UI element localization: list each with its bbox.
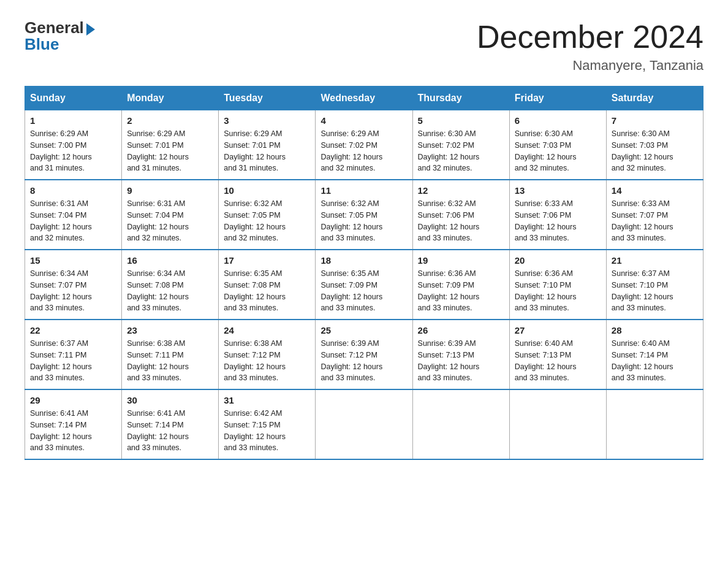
day-info: Sunrise: 6:34 AMSunset: 7:07 PMDaylight:… xyxy=(30,269,92,312)
calendar-table: SundayMondayTuesdayWednesdayThursdayFrid… xyxy=(25,86,703,460)
day-info: Sunrise: 6:38 AMSunset: 7:12 PMDaylight:… xyxy=(224,339,286,382)
day-number: 21 xyxy=(612,255,698,266)
day-number: 25 xyxy=(320,325,407,335)
day-number: 7 xyxy=(612,115,698,126)
header-saturday: Saturday xyxy=(606,86,703,110)
day-info: Sunrise: 6:31 AMSunset: 7:04 PMDaylight:… xyxy=(30,199,92,242)
day-number: 26 xyxy=(418,325,504,335)
day-info: Sunrise: 6:39 AMSunset: 7:13 PMDaylight:… xyxy=(418,339,480,382)
day-info: Sunrise: 6:32 AMSunset: 7:05 PMDaylight:… xyxy=(224,199,286,242)
day-cell xyxy=(509,389,606,459)
day-cell: 19 Sunrise: 6:36 AMSunset: 7:09 PMDaylig… xyxy=(412,250,509,320)
header-monday: Monday xyxy=(122,86,219,110)
day-number: 5 xyxy=(418,115,504,126)
day-cell: 22 Sunrise: 6:37 AMSunset: 7:11 PMDaylig… xyxy=(25,320,122,389)
week-row-3: 15 Sunrise: 6:34 AMSunset: 7:07 PMDaylig… xyxy=(25,250,703,320)
day-cell xyxy=(606,389,703,459)
day-cell: 7 Sunrise: 6:30 AMSunset: 7:03 PMDayligh… xyxy=(606,110,703,180)
day-info: Sunrise: 6:29 AMSunset: 7:01 PMDaylight:… xyxy=(224,129,286,172)
day-cell: 30 Sunrise: 6:41 AMSunset: 7:14 PMDaylig… xyxy=(122,389,219,459)
header-wednesday: Wednesday xyxy=(316,86,412,110)
day-cell: 18 Sunrise: 6:35 AMSunset: 7:09 PMDaylig… xyxy=(316,250,412,320)
day-cell: 1 Sunrise: 6:29 AMSunset: 7:00 PMDayligh… xyxy=(25,110,122,180)
day-info: Sunrise: 6:30 AMSunset: 7:02 PMDaylight:… xyxy=(418,129,480,172)
header-friday: Friday xyxy=(509,86,606,110)
week-row-2: 8 Sunrise: 6:31 AMSunset: 7:04 PMDayligh… xyxy=(25,180,703,250)
day-cell: 20 Sunrise: 6:36 AMSunset: 7:10 PMDaylig… xyxy=(509,250,606,320)
day-number: 27 xyxy=(515,325,601,335)
day-info: Sunrise: 6:34 AMSunset: 7:08 PMDaylight:… xyxy=(127,269,189,312)
day-info: Sunrise: 6:41 AMSunset: 7:14 PMDaylight:… xyxy=(30,409,92,452)
day-cell: 17 Sunrise: 6:35 AMSunset: 7:08 PMDaylig… xyxy=(219,250,316,320)
day-info: Sunrise: 6:29 AMSunset: 7:00 PMDaylight:… xyxy=(30,129,92,172)
day-cell: 28 Sunrise: 6:40 AMSunset: 7:14 PMDaylig… xyxy=(606,320,703,389)
day-cell: 10 Sunrise: 6:32 AMSunset: 7:05 PMDaylig… xyxy=(219,180,316,250)
day-number: 29 xyxy=(30,395,116,405)
day-number: 19 xyxy=(418,255,504,266)
day-cell: 2 Sunrise: 6:29 AMSunset: 7:01 PMDayligh… xyxy=(122,110,219,180)
day-info: Sunrise: 6:32 AMSunset: 7:05 PMDaylight:… xyxy=(320,199,382,242)
week-row-4: 22 Sunrise: 6:37 AMSunset: 7:11 PMDaylig… xyxy=(25,320,703,389)
day-cell: 6 Sunrise: 6:30 AMSunset: 7:03 PMDayligh… xyxy=(509,110,606,180)
day-number: 12 xyxy=(418,185,504,196)
day-cell: 29 Sunrise: 6:41 AMSunset: 7:14 PMDaylig… xyxy=(25,389,122,459)
day-number: 28 xyxy=(612,325,698,335)
day-info: Sunrise: 6:38 AMSunset: 7:11 PMDaylight:… xyxy=(127,339,189,382)
day-number: 18 xyxy=(320,255,407,266)
day-cell: 21 Sunrise: 6:37 AMSunset: 7:10 PMDaylig… xyxy=(606,250,703,320)
month-title: December 2024 xyxy=(477,18,703,55)
day-info: Sunrise: 6:33 AMSunset: 7:07 PMDaylight:… xyxy=(612,199,673,242)
day-number: 20 xyxy=(515,255,601,266)
week-row-5: 29 Sunrise: 6:41 AMSunset: 7:14 PMDaylig… xyxy=(25,389,703,459)
day-number: 3 xyxy=(224,115,310,126)
header-sunday: Sunday xyxy=(25,86,122,110)
day-info: Sunrise: 6:41 AMSunset: 7:14 PMDaylight:… xyxy=(127,409,189,452)
day-cell: 23 Sunrise: 6:38 AMSunset: 7:11 PMDaylig… xyxy=(122,320,219,389)
day-number: 1 xyxy=(30,115,116,126)
day-info: Sunrise: 6:35 AMSunset: 7:08 PMDaylight:… xyxy=(224,269,286,312)
header-tuesday: Tuesday xyxy=(219,86,316,110)
day-info: Sunrise: 6:30 AMSunset: 7:03 PMDaylight:… xyxy=(612,129,673,172)
day-info: Sunrise: 6:39 AMSunset: 7:12 PMDaylight:… xyxy=(320,339,382,382)
day-info: Sunrise: 6:40 AMSunset: 7:14 PMDaylight:… xyxy=(612,339,673,382)
day-cell: 12 Sunrise: 6:32 AMSunset: 7:06 PMDaylig… xyxy=(412,180,509,250)
day-info: Sunrise: 6:37 AMSunset: 7:11 PMDaylight:… xyxy=(30,339,92,382)
day-number: 31 xyxy=(224,395,310,405)
day-number: 24 xyxy=(224,325,310,335)
day-cell: 27 Sunrise: 6:40 AMSunset: 7:13 PMDaylig… xyxy=(509,320,606,389)
location-title: Namanyere, Tanzania xyxy=(477,58,703,74)
day-info: Sunrise: 6:29 AMSunset: 7:01 PMDaylight:… xyxy=(127,129,189,172)
day-cell: 24 Sunrise: 6:38 AMSunset: 7:12 PMDaylig… xyxy=(219,320,316,389)
day-number: 17 xyxy=(224,255,310,266)
logo-blue-text: Blue xyxy=(25,35,59,54)
day-info: Sunrise: 6:31 AMSunset: 7:04 PMDaylight:… xyxy=(127,199,189,242)
day-number: 8 xyxy=(30,185,116,196)
day-number: 16 xyxy=(127,255,213,266)
day-number: 13 xyxy=(515,185,601,196)
day-number: 10 xyxy=(224,185,310,196)
day-cell xyxy=(412,389,509,459)
day-number: 2 xyxy=(127,115,213,126)
header-thursday: Thursday xyxy=(412,86,509,110)
day-number: 14 xyxy=(612,185,698,196)
day-number: 4 xyxy=(320,115,407,126)
day-info: Sunrise: 6:36 AMSunset: 7:09 PMDaylight:… xyxy=(418,269,480,312)
day-number: 9 xyxy=(127,185,213,196)
day-cell: 16 Sunrise: 6:34 AMSunset: 7:08 PMDaylig… xyxy=(122,250,219,320)
day-info: Sunrise: 6:33 AMSunset: 7:06 PMDaylight:… xyxy=(515,199,577,242)
day-number: 15 xyxy=(30,255,116,266)
day-cell: 4 Sunrise: 6:29 AMSunset: 7:02 PMDayligh… xyxy=(316,110,412,180)
day-info: Sunrise: 6:42 AMSunset: 7:15 PMDaylight:… xyxy=(224,409,286,452)
day-number: 6 xyxy=(515,115,601,126)
day-info: Sunrise: 6:36 AMSunset: 7:10 PMDaylight:… xyxy=(515,269,577,312)
day-number: 11 xyxy=(320,185,407,196)
day-cell: 26 Sunrise: 6:39 AMSunset: 7:13 PMDaylig… xyxy=(412,320,509,389)
day-cell: 13 Sunrise: 6:33 AMSunset: 7:06 PMDaylig… xyxy=(509,180,606,250)
day-info: Sunrise: 6:37 AMSunset: 7:10 PMDaylight:… xyxy=(612,269,673,312)
week-row-1: 1 Sunrise: 6:29 AMSunset: 7:00 PMDayligh… xyxy=(25,110,703,180)
logo-arrow-icon xyxy=(86,23,95,36)
day-cell: 3 Sunrise: 6:29 AMSunset: 7:01 PMDayligh… xyxy=(219,110,316,180)
calendar-header-row: SundayMondayTuesdayWednesdayThursdayFrid… xyxy=(25,86,703,110)
day-cell: 31 Sunrise: 6:42 AMSunset: 7:15 PMDaylig… xyxy=(219,389,316,459)
day-number: 30 xyxy=(127,395,213,405)
